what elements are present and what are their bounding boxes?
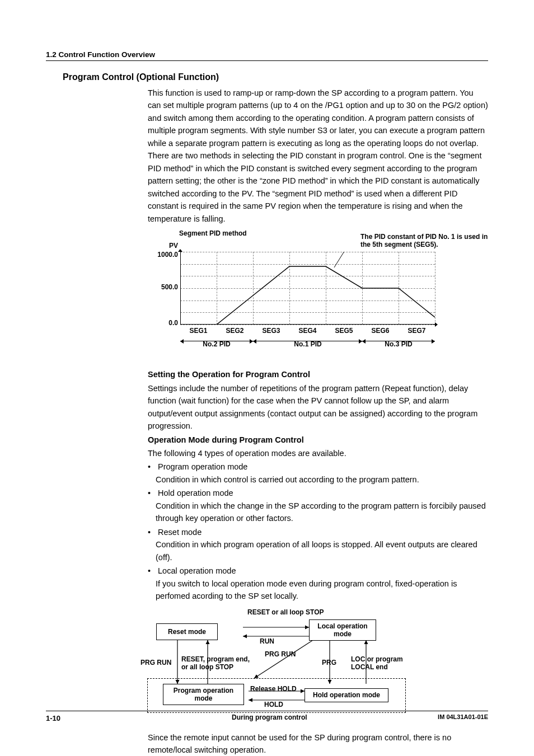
chart-annotation: The PID constant of PID No. 1 is used in… bbox=[360, 233, 495, 248]
closing-paragraph: Since the remote input cannot be used fo… bbox=[148, 731, 488, 756]
ylabel: PV bbox=[150, 242, 178, 250]
flow-mid: PRG RUN bbox=[265, 650, 296, 658]
opmode-intro: The following 4 types of operation modes… bbox=[148, 447, 488, 459]
svg-line-0 bbox=[334, 252, 348, 267]
setting-body: Settings include the number of repetitio… bbox=[148, 382, 488, 433]
opmode-name: Reset mode bbox=[158, 528, 202, 537]
doc-code: IM 04L31A01-01E bbox=[438, 713, 488, 720]
chart-plot-area: SEG1 SEG2 SEG3 SEG4 SEG5 SEG6 SEG7 No.2 … bbox=[180, 252, 435, 325]
opmode-name: Hold operation mode bbox=[158, 489, 233, 497]
flow-reset-box: Reset mode bbox=[156, 623, 218, 640]
page-number: 1-10 bbox=[46, 714, 60, 722]
ytick-500: 500.0 bbox=[150, 283, 178, 291]
opmode-item: Program operation mode Condition in whic… bbox=[148, 461, 488, 486]
opmode-desc: Condition in which the change in the SP … bbox=[156, 500, 488, 525]
page-footer: 1-10 IM 04L31A01-01E bbox=[46, 711, 488, 722]
segment-pid-chart: Segment PID method The PID constant of P… bbox=[159, 229, 461, 358]
seg5-label: SEG5 bbox=[326, 327, 362, 335]
chart-line bbox=[180, 266, 435, 325]
flow-bot-up: Release HOLD bbox=[250, 685, 297, 693]
flow-bot-down: HOLD bbox=[264, 701, 283, 708]
ytick-0: 0.0 bbox=[150, 319, 178, 327]
flow-right-up: LOC or program LOCAL end bbox=[351, 655, 418, 671]
opmode-desc: Condition in which program operation of … bbox=[156, 538, 488, 564]
opmode-flowchart: Reset mode Local operation mode Program … bbox=[145, 608, 433, 726]
flow-right-down: PRG bbox=[322, 659, 336, 666]
opmode-desc: If you switch to local operation mode ev… bbox=[156, 577, 488, 603]
svg-line-7 bbox=[254, 640, 313, 678]
opmode-desc: Condition in which control is carried ou… bbox=[156, 473, 488, 486]
setting-heading: Setting the Operation for Program Contro… bbox=[148, 368, 488, 381]
flow-top-down: RUN bbox=[260, 637, 274, 645]
opmode-item: Local operation mode If you switch to lo… bbox=[148, 565, 488, 602]
flow-left-down: PRG RUN bbox=[140, 659, 171, 666]
seg2-label: SEG2 bbox=[217, 327, 253, 335]
seg1-label: SEG1 bbox=[180, 327, 217, 335]
page-title: Program Control (Optional Function) bbox=[63, 72, 488, 82]
chart-title: Segment PID method bbox=[179, 229, 247, 237]
ytick-1000: 1000.0 bbox=[150, 251, 178, 259]
pid-group-3: No.3 PID bbox=[343, 340, 455, 348]
seg4-label: SEG4 bbox=[289, 327, 326, 335]
flow-local-box: Local operation mode bbox=[309, 619, 376, 641]
seg6-label: SEG6 bbox=[362, 327, 399, 335]
opmode-heading: Operation Mode during Program Control bbox=[148, 434, 488, 446]
section-header: 1.2 Control Function Overview bbox=[46, 50, 488, 61]
seg7-label: SEG7 bbox=[399, 327, 435, 335]
seg3-label: SEG3 bbox=[253, 327, 289, 335]
opmode-item: Hold operation mode Condition in which t… bbox=[148, 487, 488, 524]
opmode-list: Program operation mode Condition in whic… bbox=[148, 461, 488, 602]
intro-paragraph: This function is used to ramp-up or ramp… bbox=[148, 87, 488, 225]
flow-left-up: RESET, program end, or all loop STOP bbox=[181, 655, 257, 671]
flow-top-up: RESET or all loop STOP bbox=[247, 608, 306, 616]
opmode-item: Reset mode Condition in which program op… bbox=[148, 526, 488, 564]
opmode-name: Local operation mode bbox=[158, 566, 236, 575]
opmode-name: Program operation mode bbox=[158, 462, 247, 471]
